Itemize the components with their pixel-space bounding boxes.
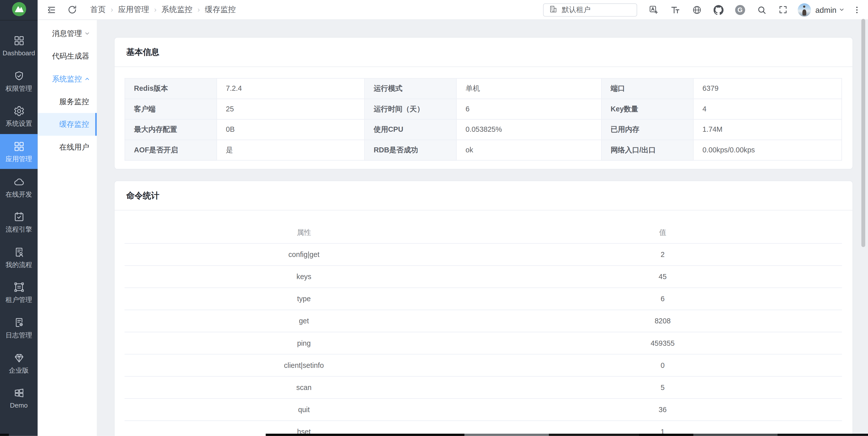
kebab-menu-button[interactable] [852, 5, 861, 14]
collapse-sidebar-button[interactable] [46, 5, 57, 15]
main-content: 基本信息 Redis版本 7.2.4 运行模式 单机 端口 [97, 20, 868, 436]
user-name[interactable]: admin [815, 5, 836, 14]
desc-label: Key数量 [601, 99, 693, 119]
chevron-down-icon [84, 30, 90, 36]
table-row: keys 45 [125, 265, 842, 288]
menu-item-code-generator[interactable]: 代码生成器 [38, 45, 97, 67]
sidebar-item-system-settings[interactable]: 系统设置 [0, 99, 38, 134]
sidebar-item-label: Dashboard [2, 50, 35, 57]
language-globe-button[interactable] [692, 5, 702, 15]
primary-sidebar: Dashboard 权限管理 系统设置 [0, 0, 38, 436]
tenant-select[interactable]: 默认租户 [543, 3, 637, 16]
desc-value: 0B [217, 119, 364, 140]
breadcrumb-item-home[interactable]: 首页 [90, 5, 106, 15]
sidebar-item-tenant-management[interactable]: 租户管理 [0, 275, 38, 310]
navbar-actions: 默认租户 G [543, 3, 862, 16]
tenant-value: 默认租户 [562, 5, 591, 15]
sidebar-item-workflow-engine[interactable]: 流程引擎 [0, 204, 38, 240]
breadcrumb-item-cache-monitor: 缓存监控 [205, 5, 236, 15]
breadcrumb-separator: › [111, 5, 113, 14]
vertical-scrollbar-thumb[interactable] [862, 19, 865, 247]
stat-value: 45 [483, 265, 842, 288]
card-title: 基本信息 [115, 38, 852, 67]
desc-value: 0.00kps/0.00kps [693, 140, 842, 161]
refresh-button[interactable] [68, 5, 77, 14]
window-panes-icon [13, 387, 25, 399]
fullscreen-button[interactable] [778, 5, 787, 14]
background-window-edge [266, 434, 868, 436]
table-row: 客户端 25 运行时间（天） 6 Key数量 4 [125, 99, 842, 119]
stat-value: 459355 [483, 332, 842, 354]
menu-item-online-users[interactable]: 在线用户 [38, 136, 97, 158]
menu-item-message-management[interactable]: 消息管理 [38, 22, 97, 45]
sidebar-item-label: 系统设置 [5, 120, 32, 127]
desc-value: 0.053825% [456, 119, 601, 140]
desc-label: 客户端 [125, 99, 217, 119]
desc-label: AOF是否开启 [125, 140, 217, 161]
desc-value: 单机 [456, 79, 601, 99]
table-row: get 8208 [125, 310, 842, 332]
sidebar-item-permissions[interactable]: 权限管理 [0, 63, 38, 98]
table-row: type 6 [125, 288, 842, 310]
chevron-down-icon[interactable] [839, 6, 845, 12]
basic-info-card: 基本信息 Redis版本 7.2.4 运行模式 单机 端口 [114, 37, 853, 170]
command-stats-body: 属性 值 config|get 2 keys 45 type [115, 210, 852, 436]
breadcrumb-item-system-monitor[interactable]: 系统监控 [162, 5, 192, 15]
stat-value: 6 [483, 288, 842, 310]
menu-item-service-monitor[interactable]: 服务监控 [38, 90, 97, 113]
desc-label: 使用CPU [365, 119, 457, 140]
stat-name: scan [125, 376, 483, 399]
calendar-check-icon [13, 211, 25, 223]
desc-value: 4 [693, 99, 842, 119]
sidebar-item-log-management[interactable]: 日志管理 [0, 310, 38, 345]
table-row: AOF是否开启 是 RDB是否成功 ok 网络入口/出口 0.00kps/0.0… [125, 140, 842, 161]
avatar-figure [803, 5, 805, 8]
sidebar-item-label: 我的流程 [5, 261, 32, 268]
translate-button[interactable] [649, 5, 659, 15]
sidebar-item-label: 企业版 [9, 367, 29, 374]
sidebar-item-my-workflow[interactable]: 我的流程 [0, 240, 38, 275]
grid-icon [13, 35, 25, 47]
top-navbar: 首页 › 应用管理 › 系统监控 › 缓存监控 默认租户 [38, 0, 868, 20]
avatar[interactable] [798, 3, 811, 16]
sidebar-item-label: 流程引擎 [5, 226, 32, 233]
sidebar-item-label: 应用管理 [5, 156, 32, 162]
basic-info-body: Redis版本 7.2.4 运行模式 单机 端口 6379 客户端 25 运行时… [115, 67, 852, 169]
github-button[interactable] [713, 5, 723, 15]
sidebar-item-app-management[interactable]: 应用管理 [0, 134, 38, 169]
basic-info-table: Redis版本 7.2.4 运行模式 单机 端口 6379 客户端 25 运行时… [125, 78, 842, 161]
frame-icon [13, 282, 25, 293]
breadcrumb-separator: › [197, 5, 200, 14]
breadcrumb-item-app-management[interactable]: 应用管理 [118, 5, 149, 15]
breadcrumb-separator: › [154, 5, 157, 14]
font-size-button[interactable] [670, 5, 680, 15]
menu-item-cache-monitor[interactable]: 缓存监控 [38, 113, 97, 136]
sidebar-item-dashboard[interactable]: Dashboard [0, 28, 38, 63]
desc-label: 端口 [601, 79, 693, 99]
background-window-edge [0, 434, 9, 436]
sidebar-item-online-dev[interactable]: 在线开发 [0, 169, 38, 204]
desc-label: 最大内存配置 [125, 119, 217, 140]
stat-name: type [125, 288, 483, 310]
stat-name: config|get [125, 243, 483, 265]
menu-item-system-monitor[interactable]: 系统监控 [38, 68, 97, 90]
gitee-button[interactable]: G [735, 5, 745, 15]
desc-value: 1.74M [693, 119, 842, 140]
stat-value: 36 [483, 399, 842, 421]
app-logo[interactable] [0, 0, 38, 21]
desc-value: 6 [456, 99, 601, 119]
table-row: Redis版本 7.2.4 运行模式 单机 端口 6379 [125, 79, 842, 99]
sidebar-menu: Dashboard 权限管理 系统设置 [0, 21, 38, 416]
grid-icon [13, 141, 25, 152]
stat-name: get [125, 310, 483, 332]
desc-value: ok [456, 140, 601, 161]
sidebar-item-enterprise[interactable]: 企业版 [0, 345, 38, 380]
menu-item-label: 系统监控 [52, 74, 82, 84]
desc-label: 运行时间（天） [365, 99, 457, 119]
desc-value: 是 [217, 140, 364, 161]
cloud-icon [13, 176, 25, 187]
gear-icon [13, 106, 25, 117]
sidebar-item-demo[interactable]: Demo [0, 380, 38, 416]
search-button[interactable] [757, 5, 767, 15]
sidebar-item-label: 权限管理 [5, 85, 32, 92]
